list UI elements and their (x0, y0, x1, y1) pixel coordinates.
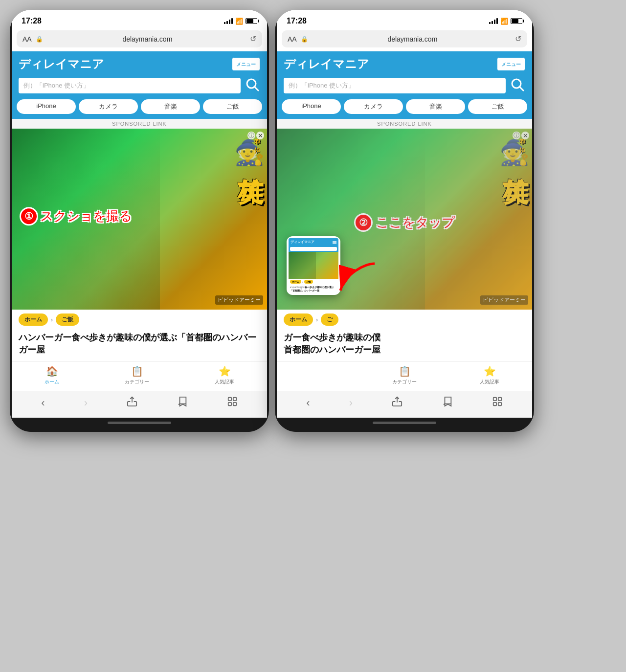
red-arrow (335, 259, 384, 300)
category-music-right[interactable]: 音楽 (406, 99, 465, 114)
aa-button-right[interactable]: AA (288, 35, 297, 43)
category-bar-right: iPhone カメラ 音楽 ご飯 (277, 99, 532, 119)
address-bar-left[interactable]: AA 🔒 delaymania.com ↺ (17, 30, 262, 47)
bottom-nav-left: 🏠 ホーム 📋 カテゴリー ⭐ 人気記事 (12, 361, 267, 391)
svg-rect-5 (233, 403, 236, 405)
svg-rect-3 (233, 398, 236, 401)
site-logo-right: ディレイマニア (284, 56, 369, 72)
status-bar-right: 17:28 📶 (277, 10, 532, 28)
annotation-text-left: スクショを撮る (40, 208, 132, 225)
nav-popular-label-right: 人気記事 (480, 379, 499, 385)
nav-category-right[interactable]: 📋 カテゴリー (362, 365, 447, 385)
nav-category-left[interactable]: 📋 カテゴリー (125, 365, 149, 385)
share-button-right[interactable] (392, 396, 402, 410)
preview-ad (289, 252, 338, 279)
reload-icon-left[interactable]: ↺ (250, 34, 256, 44)
popular-icon-left: ⭐ (219, 365, 231, 377)
svg-rect-11 (493, 403, 496, 405)
battery-icon (246, 18, 257, 24)
time-right: 17:28 (287, 17, 307, 25)
nav-popular-right[interactable]: ⭐ 人気記事 (447, 365, 532, 385)
category-camera-left[interactable]: カメラ (79, 99, 138, 114)
home-icon-left: 🏠 (46, 365, 58, 377)
breadcrumb-arrow-right: › (316, 316, 318, 323)
main-container: 17:28 📶 AA 🔒 de (0, 0, 626, 442)
breadcrumb-right: ホーム › ご (277, 310, 532, 330)
ad-close-icon-left[interactable]: ✕ (256, 132, 264, 139)
wifi-icon: 📶 (235, 18, 243, 25)
category-food-right[interactable]: ご飯 (468, 99, 527, 114)
annotation-left: ① スクショを撮る (20, 207, 132, 225)
ad-brand: ビビッドアーミー (215, 295, 263, 305)
category-music-left[interactable]: 音楽 (141, 99, 200, 114)
bookmarks-button-left[interactable] (177, 396, 188, 410)
category-iphone-left[interactable]: iPhone (17, 99, 76, 114)
preview-header: ディレイマニア (289, 238, 338, 246)
nav-popular-label-left: 人気記事 (215, 379, 234, 385)
preview-logo: ディレイマニア (291, 240, 314, 245)
nav-home-left[interactable]: 🏠 ホーム (45, 365, 59, 385)
annotation-number-left: ① (20, 207, 38, 225)
preview-search (289, 246, 338, 252)
back-button-right[interactable]: ‹ (306, 397, 310, 409)
svg-line-1 (254, 87, 258, 90)
site-logo-left: ディレイマニア (19, 56, 104, 72)
forward-button-right[interactable]: › (349, 397, 353, 409)
menu-button-right[interactable]: メニュー (497, 57, 525, 71)
category-iphone-right[interactable]: iPhone (282, 99, 341, 114)
share-button-left[interactable] (127, 396, 137, 410)
search-button-right[interactable] (510, 77, 525, 94)
time-left: 17:28 (22, 17, 42, 25)
menu-button-left[interactable]: メニュー (232, 57, 260, 71)
status-icons-left: 📶 (224, 18, 257, 25)
breadcrumb-food-left[interactable]: ご飯 (56, 314, 79, 326)
article-title-right: ガー食べ歩きが趣味の僕首都圏のハンバーガー屋 (277, 330, 532, 361)
breadcrumb-food-right[interactable]: ご (321, 314, 338, 326)
reload-icon-right[interactable]: ↺ (515, 34, 521, 44)
site-header-left: ディレイマニア メニュー (12, 51, 267, 77)
search-input-left[interactable]: 例）「iPhone 使い方」 (19, 78, 241, 93)
forward-button-left[interactable]: › (84, 397, 88, 409)
menu-label-left: メニュー (236, 61, 256, 68)
breadcrumb-home-right[interactable]: ホーム (284, 314, 313, 326)
svg-rect-10 (498, 398, 501, 401)
back-button-left[interactable]: ‹ (41, 397, 45, 409)
nav-category-label-right: カテゴリー (392, 379, 417, 385)
breadcrumb-home-left[interactable]: ホーム (19, 314, 48, 326)
aa-button-left[interactable]: AA (22, 35, 32, 43)
ad-info-icon-left[interactable]: ⓘ (247, 132, 255, 139)
phone-left-screen: 17:28 📶 AA 🔒 de (12, 10, 267, 418)
annotation-number-right: ② (354, 213, 373, 232)
sponsored-left: SPONSORED LINK (12, 119, 267, 129)
menu-label-right: メニュー (501, 61, 521, 68)
category-icon-left: 📋 (131, 365, 143, 377)
annotation-text-right: ここをタップ (376, 214, 455, 231)
ad-brand-right: ビビッドアーミー (480, 295, 528, 305)
tabs-button-right[interactable] (492, 396, 503, 410)
nav-category-label-left: カテゴリー (125, 379, 149, 385)
category-camera-right[interactable]: カメラ (344, 99, 403, 114)
phone-left: 17:28 📶 AA 🔒 de (10, 10, 269, 432)
url-left[interactable]: delaymania.com (45, 35, 250, 43)
nav-popular-left[interactable]: ⭐ 人気記事 (215, 365, 234, 385)
screenshot-preview[interactable]: ディレイマニア (287, 236, 340, 295)
category-food-left[interactable]: ご飯 (203, 99, 262, 114)
phone-right-bottom (275, 418, 534, 432)
svg-line-7 (519, 87, 523, 90)
ad-close-icon-right[interactable]: ✕ (521, 132, 529, 139)
signal-icon-right (489, 18, 498, 24)
svg-rect-9 (493, 398, 496, 401)
battery-icon-right (511, 18, 522, 24)
ad-info-icon-right[interactable]: ⓘ (513, 132, 520, 139)
safari-bar-left: ‹ › (12, 391, 267, 418)
tabs-button-left[interactable] (227, 396, 238, 410)
status-icons-right: 📶 (489, 18, 522, 25)
search-button-left[interactable] (245, 77, 260, 94)
bottom-nav-right: 📋 カテゴリー ⭐ 人気記事 (277, 361, 532, 391)
search-input-right[interactable]: 例）「iPhone 使い方」 (284, 78, 506, 93)
url-right[interactable]: delaymania.com (310, 35, 515, 43)
lock-icon-right: 🔒 (301, 36, 308, 43)
breadcrumb-left: ホーム › ご飯 (12, 310, 267, 330)
address-bar-right[interactable]: AA 🔒 delaymania.com ↺ (282, 30, 527, 47)
bookmarks-button-right[interactable] (442, 396, 453, 410)
